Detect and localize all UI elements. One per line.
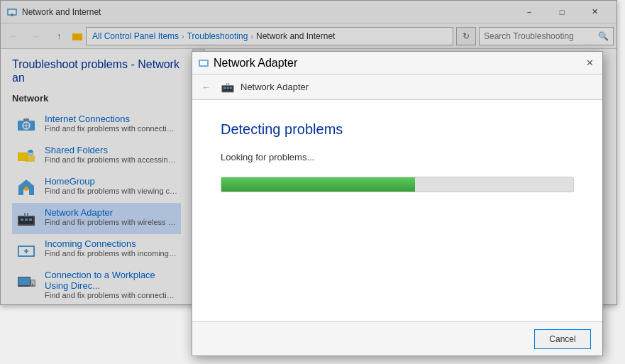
dialog-back-button[interactable]: ← [198,79,215,96]
dialog-title: Network Adapter [214,57,297,70]
dialog-footer: Cancel [192,321,602,355]
dialog-content: Detecting problems Looking for problems.… [192,100,602,321]
svg-rect-45 [228,83,229,86]
progress-container [221,177,574,192]
dialog-window-icon [198,57,209,69]
dialog-adapter-icon [221,80,235,94]
svg-rect-38 [200,61,207,65]
detecting-title: Detecting problems [221,121,574,138]
dialog-title-bar: Network Adapter ✕ [192,52,602,75]
dialog-close-button[interactable]: ✕ [582,56,597,70]
looking-text: Looking for problems... [221,152,574,162]
svg-rect-42 [227,87,229,89]
dialog-header-title: Network Adapter [240,82,309,92]
cancel-button[interactable]: Cancel [534,329,591,349]
progress-bar-fill [221,177,415,192]
progress-bar-track [221,177,574,192]
svg-rect-43 [230,87,232,89]
svg-rect-44 [226,83,227,86]
svg-rect-41 [223,87,226,89]
dialog-nav: ← Network Adapter [192,75,602,100]
network-adapter-dialog: Network Adapter ✕ ← Network Adapter Dete… [192,51,603,356]
